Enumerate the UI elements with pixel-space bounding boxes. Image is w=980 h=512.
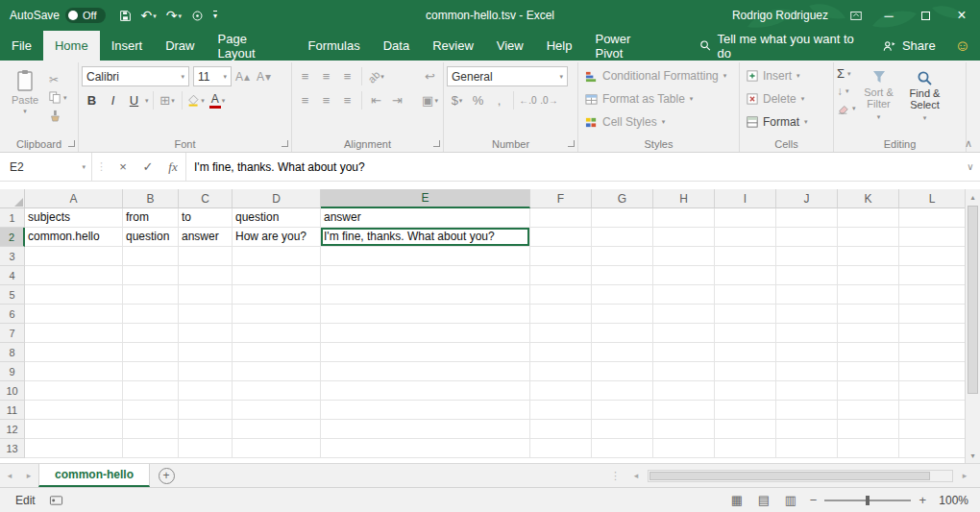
- cell-L2[interactable]: [899, 228, 965, 247]
- redo-button[interactable]: ↷▾: [166, 9, 182, 22]
- tab-view[interactable]: View: [485, 31, 535, 61]
- cell-H10[interactable]: [653, 381, 715, 401]
- tell-me-box[interactable]: Tell me what you want to do: [692, 31, 872, 61]
- cell-I3[interactable]: [715, 247, 776, 266]
- cell-C12[interactable]: [179, 420, 233, 439]
- cell-K7[interactable]: [838, 324, 899, 343]
- cell-K5[interactable]: [838, 285, 899, 305]
- borders-dropdown-icon[interactable]: ▾: [171, 97, 175, 105]
- vertical-scroll-thumb[interactable]: [968, 206, 978, 394]
- find-select-dropdown-icon[interactable]: ▾: [923, 112, 927, 124]
- cell-J9[interactable]: [776, 362, 838, 381]
- cell-K2[interactable]: [838, 228, 899, 247]
- cell-D5[interactable]: [233, 285, 321, 305]
- conditional-formatting-button[interactable]: Conditional Formatting ▾: [581, 64, 736, 87]
- italic-button[interactable]: I: [103, 90, 123, 110]
- row-header-8[interactable]: 8: [0, 343, 25, 362]
- cell-E3[interactable]: [321, 247, 530, 266]
- font-dialog-launcher[interactable]: [282, 140, 288, 147]
- zoom-slider-thumb[interactable]: [866, 496, 870, 505]
- cell-J12[interactable]: [776, 420, 838, 439]
- align-left-button[interactable]: ≡: [295, 90, 315, 110]
- scroll-up-icon[interactable]: ▴: [966, 189, 980, 205]
- tab-help[interactable]: Help: [535, 31, 584, 61]
- cell-F3[interactable]: [530, 247, 592, 266]
- cell-B9[interactable]: [123, 362, 179, 381]
- fill-dropdown-icon[interactable]: ▾: [845, 87, 849, 95]
- horizontal-scroll-track[interactable]: [648, 470, 953, 482]
- cell-F5[interactable]: [530, 285, 592, 305]
- cell-D4[interactable]: [233, 266, 321, 285]
- column-header-A[interactable]: A: [25, 189, 123, 208]
- cell-B13[interactable]: [123, 439, 179, 458]
- cell-C9[interactable]: [179, 362, 233, 381]
- increase-indent-button[interactable]: ⇥: [387, 90, 407, 110]
- underline-button[interactable]: U: [124, 90, 144, 110]
- cell-L5[interactable]: [899, 285, 965, 305]
- tab-home[interactable]: Home: [43, 31, 100, 61]
- page-layout-view-button[interactable]: ▤: [754, 493, 773, 507]
- vertical-scroll-track[interactable]: [966, 205, 980, 448]
- copy-button[interactable]: ▾: [49, 90, 67, 105]
- save-button[interactable]: [119, 10, 132, 22]
- cell-H5[interactable]: [653, 285, 715, 305]
- cell-D8[interactable]: [233, 343, 321, 362]
- tab-formulas[interactable]: Formulas: [296, 31, 371, 61]
- align-center-button[interactable]: ≡: [316, 90, 336, 110]
- percent-style-button[interactable]: %: [468, 90, 488, 110]
- cell-K6[interactable]: [838, 305, 899, 324]
- font-size-combo[interactable]: 11 ▾: [193, 66, 232, 86]
- cell-B7[interactable]: [123, 324, 179, 343]
- cell-B1[interactable]: from: [123, 208, 179, 228]
- autosum-dropdown-icon[interactable]: ▾: [847, 70, 851, 78]
- new-sheet-button[interactable]: +: [150, 464, 183, 487]
- cell-K11[interactable]: [838, 401, 899, 420]
- cell-J10[interactable]: [776, 381, 838, 401]
- tab-split-handle[interactable]: ⋮: [606, 470, 625, 482]
- cell-A7[interactable]: [25, 324, 123, 343]
- user-name[interactable]: Rodrigo Rodriguez: [732, 9, 828, 22]
- autosave-pill[interactable]: Off: [65, 8, 105, 23]
- cell-J8[interactable]: [776, 343, 838, 362]
- expand-formula-bar-icon[interactable]: ∨: [961, 153, 980, 181]
- row-header-13[interactable]: 13: [0, 439, 25, 458]
- cell-L1[interactable]: [899, 208, 965, 228]
- name-box-dropdown-icon[interactable]: ▾: [82, 163, 86, 171]
- cell-K9[interactable]: [838, 362, 899, 381]
- cell-G10[interactable]: [592, 381, 653, 401]
- number-format-combo[interactable]: General ▾: [447, 66, 568, 86]
- macro-record-button[interactable]: [49, 494, 63, 507]
- tab-insert[interactable]: Insert: [100, 31, 155, 61]
- row-header-9[interactable]: 9: [0, 362, 25, 381]
- cell-C13[interactable]: [179, 439, 233, 458]
- cell-G11[interactable]: [592, 401, 653, 420]
- column-header-F[interactable]: F: [530, 189, 592, 208]
- cell-J11[interactable]: [776, 401, 838, 420]
- cell-F4[interactable]: [530, 266, 592, 285]
- column-header-I[interactable]: I: [715, 189, 776, 208]
- cell-L7[interactable]: [899, 324, 965, 343]
- sheet-nav-right-icon[interactable]: ▸: [19, 464, 38, 487]
- zoom-percentage[interactable]: 100%: [934, 494, 968, 507]
- cell-H13[interactable]: [653, 439, 715, 458]
- cell-A2[interactable]: common.hello: [25, 228, 123, 247]
- cell-L6[interactable]: [899, 305, 965, 324]
- cell-G7[interactable]: [592, 324, 653, 343]
- cell-J13[interactable]: [776, 439, 838, 458]
- sheet-tab-common-hello[interactable]: common-hello: [38, 464, 150, 487]
- cell-J1[interactable]: [776, 208, 838, 228]
- cell-K12[interactable]: [838, 420, 899, 439]
- cut-button[interactable]: ✂: [49, 72, 67, 86]
- cell-C2[interactable]: answer: [179, 228, 233, 247]
- cell-D9[interactable]: [233, 362, 321, 381]
- cell-K10[interactable]: [838, 381, 899, 401]
- cell-G3[interactable]: [592, 247, 653, 266]
- cell-E10[interactable]: [321, 381, 530, 401]
- clipboard-dialog-launcher[interactable]: [68, 140, 75, 147]
- tab-review[interactable]: Review: [421, 31, 485, 61]
- font-name-combo[interactable]: Calibri ▾: [82, 66, 189, 86]
- cell-H6[interactable]: [653, 305, 715, 324]
- cell-E2[interactable]: I'm fine, thanks. What about you?: [321, 228, 530, 247]
- horizontal-scroll-thumb[interactable]: [649, 472, 930, 480]
- cell-E11[interactable]: [321, 401, 530, 420]
